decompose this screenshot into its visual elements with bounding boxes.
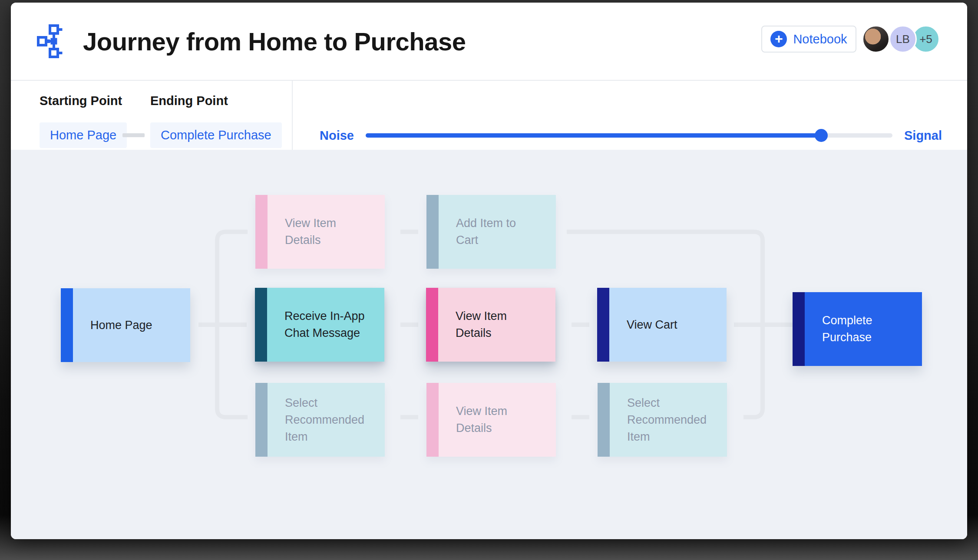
- journey-map-icon: [37, 24, 71, 58]
- noise-signal-slider[interactable]: [366, 133, 892, 138]
- node-label: Receive In-App Chat Message: [284, 308, 365, 342]
- page-title: Journey from Home to Purchase: [83, 27, 466, 56]
- node-add-item-to-cart[interactable]: Add Item to Cart: [426, 195, 556, 269]
- slider-handle[interactable]: [815, 129, 828, 142]
- node-select-recommended-item-left[interactable]: Select Recommended Item: [255, 383, 385, 457]
- node-label: View Cart: [627, 316, 677, 333]
- node-complete-purchase[interactable]: Complete Purchase: [793, 292, 922, 366]
- noise-label: Noise: [320, 128, 354, 143]
- node-accent-bar: [426, 195, 439, 269]
- node-accent-bar: [61, 288, 73, 362]
- avatar-initials[interactable]: LB: [889, 25, 917, 53]
- filter-bar: Starting Point Ending Point Home Page Co…: [11, 81, 967, 150]
- ending-point-label: Ending Point: [150, 94, 228, 108]
- node-accent-bar: [793, 292, 805, 366]
- starting-point-value[interactable]: Home Page: [40, 122, 127, 148]
- node-label: View Item Details: [285, 215, 336, 249]
- app-window: Journey from Home to Purchase + Notebook…: [11, 3, 967, 539]
- node-label: Home Page: [90, 317, 152, 334]
- header: Journey from Home to Purchase + Notebook…: [11, 3, 967, 80]
- point-connector-dash: [122, 133, 145, 137]
- node-accent-bar: [597, 288, 609, 362]
- node-view-cart[interactable]: View Cart: [597, 288, 727, 362]
- notebook-button-label: Notebook: [793, 32, 847, 46]
- node-home-page[interactable]: Home Page: [61, 288, 190, 362]
- node-receive-in-app-chat-message[interactable]: Receive In-App Chat Message: [255, 288, 384, 362]
- slider-fill: [366, 133, 821, 138]
- node-view-item-details-middle[interactable]: View Item Details: [426, 288, 555, 362]
- node-label: View Item Details: [456, 308, 507, 342]
- node-label: Select Recommended Item: [627, 395, 707, 445]
- node-select-recommended-item-right[interactable]: Select Recommended Item: [598, 383, 727, 457]
- node-accent-bar: [426, 383, 439, 457]
- node-label: View Item Details: [456, 403, 507, 437]
- signal-label: Signal: [904, 128, 942, 143]
- node-label: Complete Purchase: [822, 312, 872, 346]
- node-accent-bar: [255, 195, 268, 269]
- starting-point-label: Starting Point: [40, 94, 122, 108]
- node-view-item-details-bottom[interactable]: View Item Details: [426, 383, 556, 457]
- vertical-divider: [292, 81, 293, 150]
- notebook-button[interactable]: + Notebook: [761, 26, 856, 53]
- node-view-item-details-top[interactable]: View Item Details: [255, 195, 385, 269]
- ending-point-value[interactable]: Complete Purchase: [150, 122, 282, 148]
- avatar[interactable]: [862, 25, 890, 53]
- node-label: Select Recommended Item: [285, 395, 364, 445]
- node-label: Add Item to Cart: [456, 215, 516, 249]
- node-accent-bar: [426, 288, 438, 362]
- node-accent-bar: [255, 383, 268, 457]
- node-accent-bar: [255, 288, 267, 362]
- plus-icon: +: [770, 31, 787, 47]
- node-accent-bar: [598, 383, 610, 457]
